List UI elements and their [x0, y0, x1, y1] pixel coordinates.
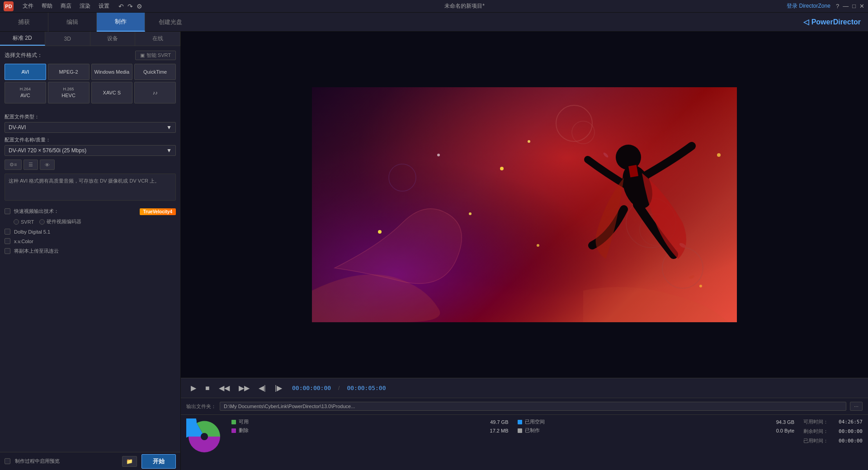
format-wmv-button[interactable]: Windows Media: [91, 64, 133, 80]
next-button[interactable]: ▶▶: [236, 383, 252, 393]
start-button[interactable]: 开始: [142, 454, 176, 469]
output-header: 输出文件夹： D:\My Documents\CyberLink\PowerDi…: [181, 398, 868, 415]
tab-produce[interactable]: 制作: [97, 13, 145, 32]
next-frame-button[interactable]: |▶: [272, 383, 285, 393]
subtitle-checkbox[interactable]: [5, 248, 10, 254]
format-hevc-button[interactable]: H.265 HEVC: [48, 82, 90, 103]
legend-available-dot: [231, 420, 236, 424]
legend-produced: 已制作 0.0 Byte: [518, 427, 795, 434]
format-audio-button[interactable]: ♪♪: [134, 82, 176, 103]
sub-tab-3d[interactable]: 3D: [45, 32, 90, 46]
remaining-time-value: 00:00:00: [839, 428, 863, 434]
stop-button[interactable]: ■: [203, 383, 212, 393]
output-path: D:\My Documents\CyberLink\PowerDirector\…: [220, 402, 846, 411]
tab-create-disc[interactable]: 创建光盘: [159, 18, 182, 26]
preview-svg: [312, 87, 737, 322]
tab-capture[interactable]: 捕获: [0, 13, 48, 32]
dolby-label: Dolby Digital 5.1: [14, 229, 50, 235]
prev-frame-button[interactable]: ◀|: [256, 383, 269, 393]
legend-available-label: 可用: [239, 418, 249, 425]
format-quicktime-button[interactable]: QuickTime: [134, 64, 176, 80]
hardware-radio-item[interactable]: 硬件视频编码器: [39, 218, 81, 225]
toolbar-icons: ↶ ↷ ⚙: [118, 3, 142, 10]
output-folder-label: 输出文件夹：: [186, 403, 216, 410]
legend-produced-label: 已制作: [525, 427, 540, 434]
config-list-button[interactable]: ☰: [24, 160, 38, 170]
hardware-radio-dot: [39, 219, 45, 225]
format-avc-button[interactable]: H.264 AVC: [5, 82, 46, 103]
dolby-checkbox[interactable]: [5, 229, 10, 235]
left-panel: 标准 2D 3D 设备 在线 选择文件格式： ▣ 智能 SVRT AVI MPE…: [0, 32, 181, 470]
main-layout: 标准 2D 3D 设备 在线 选择文件格式： ▣ 智能 SVRT AVI MPE…: [0, 32, 868, 470]
config-quality-arrow-icon: ▼: [166, 147, 172, 154]
title-bar-right: 登录 DirectorZone ? — □ ✕: [787, 2, 864, 10]
help-button[interactable]: ?: [836, 3, 839, 9]
format-hevc-sub: H.265: [50, 87, 87, 92]
smart-svrt-button[interactable]: ▣ 智能 SVRT: [135, 51, 176, 60]
legend-used-value: 94.3 GB: [776, 419, 794, 425]
fast-video-option-row: 快速视频输出技术： TrueVelocity4: [5, 208, 176, 215]
tab-edit[interactable]: 编辑: [48, 13, 97, 32]
legend-produced-value: 0.0 Byte: [776, 428, 794, 433]
config-type-dropdown[interactable]: DV-AVI ▼: [5, 122, 176, 133]
svrt-radio-label: SVRT: [21, 219, 34, 225]
redo-icon[interactable]: ↷: [127, 3, 133, 10]
format-avi-button[interactable]: AVI: [5, 64, 46, 80]
sub-tab-online[interactable]: 在线: [135, 32, 180, 46]
svg-point-16: [528, 140, 530, 143]
sub-tab-standard2d[interactable]: 标准 2D: [0, 32, 45, 46]
remaining-time-label: 剩余时间：: [803, 428, 835, 435]
preview-process-checkbox[interactable]: [5, 458, 10, 464]
subtitle-label: 将副本上传至讯连云: [14, 248, 59, 254]
pie-chart: [186, 418, 222, 455]
used-time-row: 已用时间： 00:00:00: [803, 437, 863, 444]
menu-items: 文件 帮助 商店 渲染 设置: [19, 1, 113, 11]
subtitle-option-row: 将副本上传至讯连云: [5, 248, 176, 254]
svrt-radio-item[interactable]: SVRT: [14, 219, 34, 225]
more-options-button[interactable]: ···: [850, 402, 863, 411]
time-separator: /: [338, 385, 340, 391]
svrt-radio-group: SVRT 硬件视频编码器: [14, 218, 81, 225]
output-section: 输出文件夹： D:\My Documents\CyberLink\PowerDi…: [181, 398, 868, 470]
xvycc-checkbox[interactable]: [5, 238, 10, 244]
settings-icon[interactable]: ⚙: [137, 3, 142, 10]
maximize-button[interactable]: □: [852, 3, 856, 9]
config-quality-dropdown[interactable]: DV-AVI 720 × 576/50i (25 Mbps) ▼: [5, 145, 176, 156]
close-button[interactable]: ✕: [859, 3, 864, 9]
xvycc-label: x.v.Color: [14, 239, 33, 244]
svg-point-12: [469, 212, 472, 215]
legend-used: 已用空间 94.3 GB: [518, 418, 795, 425]
config-quality-label: 配置文件名称/质量：: [5, 136, 176, 143]
undo-icon[interactable]: ↶: [118, 3, 124, 10]
format-xavcs-button[interactable]: XAVC S: [91, 82, 133, 103]
menu-file[interactable]: 文件: [19, 1, 37, 11]
config-preview-button[interactable]: 👁: [40, 160, 55, 170]
menu-store[interactable]: 商店: [57, 1, 75, 11]
menu-render[interactable]: 渲染: [76, 1, 94, 11]
fast-video-checkbox[interactable]: [5, 208, 10, 214]
format-mpeg2-button[interactable]: MPEG-2: [48, 64, 90, 80]
dolby-option-row: Dolby Digital 5.1: [5, 229, 176, 235]
format-section: 选择文件格式： ▣ 智能 SVRT AVI MPEG-2 Windows Med…: [0, 46, 180, 110]
config-section: 配置文件类型： DV-AVI ▼ 配置文件名称/质量： DV-AVI 720 ×…: [0, 110, 180, 204]
prev-button[interactable]: ◀◀: [216, 383, 232, 393]
output-stats: 可用 49.7 GB 已用空间 94.3 GB 删除 17.2 MB: [181, 415, 868, 470]
bottom-bar: 制作过程中启用预览 📁 开始: [0, 452, 180, 470]
sub-tab-device[interactable]: 设备: [90, 32, 136, 46]
legend-used-dot: [518, 420, 522, 424]
transport-bar: ▶ ■ ◀◀ ▶▶ ◀| |▶ 00:00:00:00 / 00:00:05:0…: [181, 378, 868, 398]
legend-produced-dot: [518, 428, 522, 433]
legend-available: 可用 49.7 GB: [231, 418, 509, 425]
remaining-time-row: 剩余时间： 00:00:00: [803, 428, 863, 435]
svg-point-15: [437, 154, 440, 156]
smart-svrt-label: 智能 SVRT: [146, 52, 171, 59]
play-button[interactable]: ▶: [188, 383, 199, 393]
legend-deleted-dot: [231, 428, 236, 433]
output-folder-button[interactable]: 📁: [122, 456, 137, 467]
director-zone-link[interactable]: 登录 DirectorZone: [787, 2, 830, 10]
sub-tabs: 标准 2D 3D 设备 在线: [0, 32, 180, 46]
config-preset-button[interactable]: ⚙≡: [5, 160, 22, 170]
menu-help[interactable]: 帮助: [38, 1, 56, 11]
minimize-button[interactable]: —: [843, 3, 849, 9]
menu-settings[interactable]: 设置: [95, 1, 113, 11]
